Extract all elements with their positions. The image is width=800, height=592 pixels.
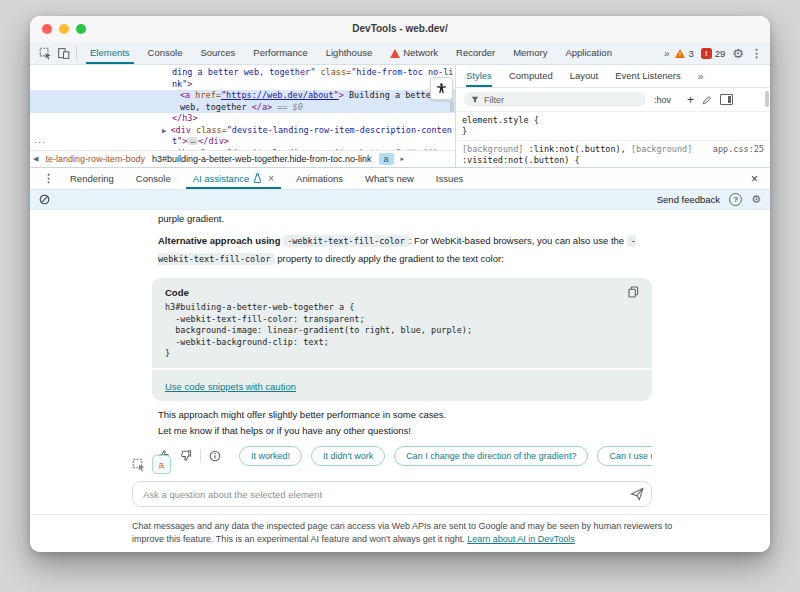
- styles-filter-row: Filter :hov +: [456, 88, 770, 112]
- tab-elements[interactable]: Elements: [81, 42, 139, 64]
- code-block-content[interactable]: h3#building-a-better-web-together a { -w…: [165, 302, 639, 360]
- drawer-tab-what's-new[interactable]: What's new: [354, 168, 425, 189]
- drawer: ⋮ RenderingConsoleAI assistance×Animatio…: [30, 167, 770, 552]
- tree-line[interactable]: ▶ <div class="devsite-landing-row-item-d…: [30, 125, 455, 137]
- drawer-tab-console[interactable]: Console: [125, 168, 182, 189]
- styles-more-tabs-button[interactable]: »: [698, 71, 703, 82]
- clear-chat-icon[interactable]: [39, 194, 50, 205]
- style-filter-input[interactable]: Filter: [464, 92, 646, 107]
- accessibility-overlay-button[interactable]: [430, 77, 453, 100]
- elements-scrollbar[interactable]: [450, 101, 454, 112]
- new-style-rule-button[interactable]: +: [687, 93, 694, 107]
- assistant-message: Let me know if that helps or if you have…: [158, 425, 652, 436]
- tab-sources[interactable]: Sources: [191, 42, 244, 64]
- ai-chat-area: purple gradient. Alternative approach us…: [30, 210, 770, 514]
- more-tabs-button[interactable]: »: [664, 48, 669, 59]
- tab-recorder[interactable]: Recorder: [447, 42, 504, 64]
- network-warning-icon: [390, 49, 400, 58]
- breadcrumb-item[interactable]: te-landing-row-item-body: [45, 154, 145, 164]
- css-source-link[interactable]: app.css:25: [713, 144, 764, 155]
- code-caution-row: Use code snippets with caution: [152, 368, 652, 401]
- warning-icon: [675, 49, 685, 58]
- styles-tab-computed[interactable]: Computed: [509, 65, 553, 87]
- issue-icon: !: [701, 48, 712, 59]
- styles-scrollbar[interactable]: [765, 91, 769, 107]
- styles-tab-styles[interactable]: Styles: [466, 65, 492, 87]
- ai-settings-gear-icon[interactable]: ⚙: [751, 194, 761, 205]
- toggle-hover-state-button[interactable]: :hov: [654, 95, 671, 105]
- dom-tree: ding a better web, together" class="hide…: [30, 65, 455, 159]
- issues-counter[interactable]: ! 29: [701, 48, 726, 59]
- tab-lighthouse[interactable]: Lighthouse: [317, 42, 381, 64]
- traffic-lights: [42, 24, 86, 34]
- styles-tab-layout[interactable]: Layout: [570, 65, 599, 87]
- report-info-icon[interactable]: [209, 450, 221, 462]
- close-tab-icon[interactable]: ×: [268, 168, 274, 189]
- close-drawer-icon[interactable]: ×: [747, 172, 762, 186]
- settings-gear-icon[interactable]: ⚙: [732, 47, 744, 60]
- learn-about-ai-link[interactable]: Learn about AI in DevTools: [467, 534, 575, 544]
- send-feedback-link[interactable]: Send feedback: [657, 194, 720, 205]
- warnings-counter[interactable]: 3: [675, 48, 693, 59]
- breadcrumb: ◀te-landing-row-item-bodyh3#building-a-b…: [30, 150, 455, 167]
- thumbs-down-icon[interactable]: [179, 449, 192, 462]
- tab-network[interactable]: Network: [381, 42, 447, 64]
- tree-line[interactable]: web, together </a> == $0: [30, 102, 455, 114]
- tree-line[interactable]: ding a better web, together" class="hide…: [30, 67, 455, 79]
- tab-performance[interactable]: Performance: [244, 42, 316, 64]
- drawer-tabs: RenderingConsoleAI assistance×Animations…: [59, 168, 474, 189]
- collapsed-node-marker[interactable]: ···: [34, 137, 46, 147]
- assistant-message: This approach might offer slightly bette…: [158, 409, 652, 420]
- minimize-window-button[interactable]: [59, 24, 69, 34]
- ai-flask-icon: [253, 173, 262, 184]
- breadcrumb-item[interactable]: a: [379, 153, 394, 165]
- tab-memory[interactable]: Memory: [504, 42, 556, 64]
- computed-sidebar-toggle-icon[interactable]: [720, 94, 733, 105]
- breadcrumb-item[interactable]: h3#building-a-better-web-together.hide-f…: [152, 154, 372, 164]
- customize-menu-icon[interactable]: ⋮: [751, 47, 762, 60]
- zoom-window-button[interactable]: [76, 24, 86, 34]
- toolbar-divider: [76, 46, 77, 60]
- tree-line[interactable]: </h3>: [30, 113, 455, 125]
- send-message-icon[interactable]: [630, 487, 644, 501]
- window-title: DevTools - web.dev/: [30, 16, 770, 42]
- inspect-element-icon[interactable]: [36, 44, 54, 62]
- drawer-menu-icon[interactable]: ⋮: [38, 172, 59, 185]
- inspect-element-icon[interactable]: [132, 458, 146, 472]
- tree-line[interactable]: <a href="https://web.dev/about"> Buildin…: [30, 90, 455, 102]
- panels-row: ··· ding a better web, together" class="…: [30, 65, 770, 167]
- ai-assistance-toolbar: Send feedback ? ⚙: [30, 190, 770, 210]
- drawer-tab-ai-assistance[interactable]: AI assistance×: [182, 168, 285, 189]
- tree-line[interactable]: nk">: [30, 79, 455, 91]
- styles-tabs: StylesComputedLayoutEvent Listeners»: [456, 65, 770, 88]
- device-toolbar-icon[interactable]: [54, 44, 72, 62]
- drawer-tab-animations[interactable]: Animations: [285, 168, 354, 189]
- tab-console[interactable]: Console: [139, 42, 192, 64]
- suggestion-chip[interactable]: Can I use more than: [597, 446, 652, 466]
- tab-application[interactable]: Application: [556, 42, 620, 64]
- drawer-tab-rendering[interactable]: Rendering: [59, 168, 125, 189]
- code-block-card: Code h3#building-a-better-web-together a…: [152, 278, 652, 401]
- selected-element-chip[interactable]: a: [152, 455, 171, 474]
- close-window-button[interactable]: [42, 24, 52, 34]
- suggestion-chip[interactable]: It didn't work: [311, 446, 385, 466]
- help-icon[interactable]: ?: [729, 193, 742, 206]
- element-style-rule[interactable]: element.style { }: [456, 112, 770, 141]
- tree-line[interactable]: t">…</div>: [30, 136, 455, 148]
- code-caution-link[interactable]: Use code snippets with caution: [165, 381, 296, 392]
- suggestion-chip[interactable]: Can I change the direction of the gradie…: [394, 446, 588, 466]
- elements-panel[interactable]: ··· ding a better web, together" class="…: [30, 65, 456, 167]
- styles-tab-event-listeners[interactable]: Event Listeners: [615, 65, 680, 87]
- drawer-tab-bar: ⋮ RenderingConsoleAI assistance×Animatio…: [30, 168, 770, 190]
- breadcrumb-back-icon[interactable]: ◀: [33, 155, 38, 163]
- feedback-row: It worked!It didn't workCan I change the…: [158, 445, 652, 467]
- copy-code-icon[interactable]: [628, 286, 639, 298]
- chat-input[interactable]: [132, 481, 652, 507]
- suggestion-chips: It worked!It didn't workCan I change the…: [239, 446, 652, 466]
- drawer-tab-issues[interactable]: Issues: [425, 168, 474, 189]
- code-block-title: Code: [165, 287, 189, 298]
- style-editor-icon[interactable]: [702, 95, 712, 105]
- breadcrumb-forward-icon[interactable]: ▸: [401, 155, 405, 163]
- css-rule[interactable]: [background] :link:not(.button), [backgr…: [456, 141, 770, 167]
- suggestion-chip[interactable]: It worked!: [239, 446, 302, 466]
